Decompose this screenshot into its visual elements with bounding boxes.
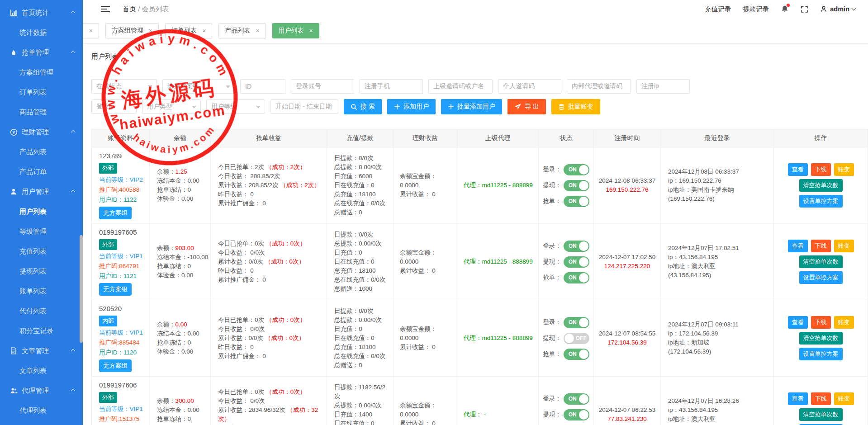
tab-close-icon[interactable]: × [256, 27, 259, 34]
breadcrumb-home[interactable]: 首页 [123, 5, 136, 13]
toggle-label: 登录： [543, 318, 561, 327]
bell-icon[interactable] [781, 5, 789, 13]
tab-close-icon[interactable]: × [309, 27, 313, 34]
offline-button[interactable]: 下线 [811, 392, 831, 405]
clear-order-count-button[interactable]: 清空抢单次数 [799, 255, 843, 268]
withdraw-toggle[interactable]: ON [564, 256, 589, 268]
tab-close-icon[interactable]: × [89, 27, 93, 34]
sidebar-item[interactable]: 账单列表 [0, 281, 83, 301]
parent-invite-input[interactable]: 上级邀请码或户名 [428, 79, 493, 94]
tab-close-icon[interactable]: × [149, 27, 152, 34]
balance-line: 余额：1.25 [157, 167, 209, 176]
tab-item[interactable]: 产品列表× [218, 23, 266, 38]
sidebar-item[interactable]: 订单列表 [0, 82, 83, 102]
internal-agent-input[interactable]: 内部代理或邀请码 [567, 79, 631, 94]
withdraw-toggle[interactable]: OFF [564, 333, 589, 344]
sidebar-group-item[interactable]: 用户管理 [0, 182, 83, 202]
order-profit-line: 累计收益：0/0次 （成功：0次） [218, 257, 325, 266]
login-toggle[interactable]: ON [564, 241, 589, 252]
recharge-record-link[interactable]: 充值记录 [705, 5, 731, 14]
login-account-input[interactable]: 登录账号 [291, 79, 354, 94]
clear-order-count-button[interactable]: 清空抢单次数 [799, 179, 843, 192]
date-range-input[interactable]: 开始日期 - 结束日期 [270, 99, 338, 114]
order-toggle[interactable]: ON [564, 196, 589, 207]
set-control-plan-button[interactable]: 设置单控方案 [799, 348, 843, 360]
sidebar-item[interactable]: 代付列表 [0, 301, 83, 321]
sidebar-item[interactable]: 等级管理 [0, 222, 83, 241]
clear-order-count-button[interactable]: 清空抢单次数 [799, 332, 843, 345]
sidebar-item[interactable]: 统计数据 [0, 23, 83, 42]
sidebar-item[interactable]: 用户列表 [0, 202, 83, 222]
offline-button[interactable]: 下线 [811, 240, 831, 252]
sidebar-item[interactable]: 充值列表 [0, 241, 83, 261]
login-ip-input[interactable]: 登录ip [91, 99, 137, 114]
recharge-line: 总在线充值：0/0次 [334, 199, 391, 208]
sidebar-item[interactable]: 提现列表 [0, 261, 83, 281]
chevron-up-icon [71, 190, 76, 194]
order-toggle[interactable]: ON [564, 272, 589, 283]
login-toggle[interactable]: ON [564, 164, 589, 175]
withdraw-record-link[interactable]: 提款记录 [743, 5, 769, 14]
user-type-select[interactable]: 用户类型 [142, 99, 201, 114]
balance-change-button[interactable]: 账变 [834, 316, 854, 329]
batch-balance-button[interactable]: 批量账变 [551, 99, 600, 114]
withdraw-toggle[interactable]: ON [564, 409, 589, 420]
view-button[interactable]: 查看 [788, 316, 808, 329]
tab-item[interactable]: 订单列表× [165, 23, 212, 38]
clear-order-count-button[interactable]: 清空抢单次数 [799, 408, 843, 421]
sidebar-group-item[interactable]: ¥理财管理 [0, 122, 83, 142]
account-cell: 520520内部当前等级：VIP1推广码:885484用户ID：1120无方案组 [92, 300, 150, 376]
sidebar-group-item[interactable]: 抢单管理 [0, 42, 83, 62]
plan-group-badge[interactable]: 无方案组 [99, 283, 132, 296]
online-status-select[interactable]: 在线状态 [91, 79, 157, 94]
sidebar-scrollbar[interactable] [80, 235, 83, 343]
recharge-line: 总充值：18100 [334, 266, 391, 275]
tab-partial[interactable]: × [83, 23, 99, 38]
export-button[interactable]: 导 出 [508, 99, 546, 114]
order-toggle[interactable]: ON [564, 349, 589, 360]
placeholder-text: 个人邀请码 [503, 82, 535, 90]
sidebar-item[interactable]: 产品订单 [0, 162, 83, 182]
plan-group-badge[interactable]: 无方案组 [99, 359, 132, 372]
login-toggle[interactable]: ON [564, 317, 589, 328]
view-button[interactable]: 查看 [788, 240, 808, 252]
sidebar-item[interactable]: 产品列表 [0, 142, 83, 162]
set-control-plan-button[interactable]: 设置单控方案 [799, 271, 843, 284]
view-button[interactable]: 查看 [788, 392, 808, 405]
balance-change-button[interactable]: 账变 [834, 240, 854, 252]
admin-menu[interactable]: admin [820, 5, 855, 13]
hamburger-icon[interactable] [101, 6, 110, 12]
set-control-plan-button[interactable]: 设置单控方案 [799, 195, 843, 208]
user-level-select[interactable]: 用户等级 [206, 99, 265, 114]
add-user-button[interactable]: 添加用户 [387, 99, 436, 114]
sidebar-item[interactable]: 方案组管理 [0, 62, 83, 82]
withdraw-toggle[interactable]: ON [564, 180, 589, 191]
offline-button[interactable]: 下线 [811, 316, 831, 329]
register-ip-input[interactable]: 注册ip [636, 79, 690, 94]
view-button[interactable]: 查看 [788, 163, 808, 176]
sidebar-item[interactable]: 文章列表 [0, 361, 83, 381]
id-input[interactable]: ID [240, 79, 285, 94]
sidebar-item[interactable]: 积分宝记录 [0, 321, 83, 341]
tab-close-icon[interactable]: × [202, 27, 206, 34]
register-phone-input[interactable]: 注册手机 [360, 79, 423, 94]
balance-change-button[interactable]: 账变 [834, 163, 854, 176]
sidebar-item[interactable]: 商品管理 [0, 102, 83, 122]
search-button[interactable]: 搜 索 [344, 99, 382, 114]
sidebar-group-item[interactable]: 首页统计 [0, 3, 83, 23]
sidebar-item[interactable]: 代理列表 [0, 401, 83, 420]
sidebar-group-item[interactable]: 代理管理 [0, 381, 83, 401]
chevron-up-icon [71, 130, 76, 135]
offline-button[interactable]: 下线 [811, 163, 831, 176]
tab-label: 用户列表 [279, 27, 304, 35]
plan-group-badge[interactable]: 无方案组 [99, 207, 132, 219]
tab-item[interactable]: 方案组管理× [105, 23, 159, 38]
login-toggle[interactable]: ON [564, 393, 589, 405]
batch-add-user-button[interactable]: 批量添加用户 [441, 99, 502, 114]
plan-group-select[interactable]: 选择方案组 [162, 79, 235, 94]
balance-change-button[interactable]: 账变 [834, 392, 854, 405]
tab-active[interactable]: 用户列表× [272, 23, 319, 38]
sidebar-group-item[interactable]: 文章管理 [0, 341, 83, 361]
fullscreen-icon[interactable] [801, 5, 808, 13]
personal-invite-input[interactable]: 个人邀请码 [498, 79, 561, 94]
